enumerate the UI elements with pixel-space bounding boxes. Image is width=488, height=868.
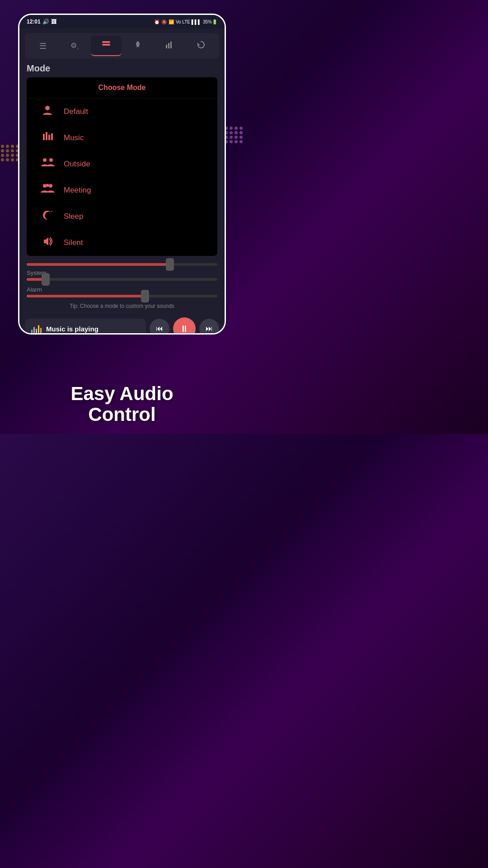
rocket-icon — [133, 40, 142, 52]
time-display: 12:01 — [27, 19, 41, 25]
main-volume-fill — [27, 263, 170, 266]
mode-option-default[interactable]: Default — [27, 99, 217, 125]
svg-point-16 — [46, 184, 49, 187]
music-info-button[interactable]: Music is playing — [25, 319, 146, 333]
music-bars-animation — [31, 324, 42, 333]
outside-mode-label: Outside — [64, 160, 90, 169]
alarm-slider-fill — [27, 295, 145, 297]
svg-point-15 — [49, 184, 52, 188]
mute-icon: 🔕 — [161, 19, 167, 24]
music-playing-text: Music is playing — [46, 325, 99, 333]
default-mode-label: Default — [64, 107, 88, 116]
toolbar-chart-btn[interactable] — [154, 36, 185, 56]
toolbar-layers-btn[interactable] — [91, 36, 122, 56]
signal-icon: Vo LTE ▌▌▌ — [176, 19, 201, 24]
bottom-player: Music is playing ⏮ ⏸ ⏭ — [19, 317, 225, 333]
alarm-slider-row: Alarm — [27, 286, 217, 297]
main-volume-track[interactable] — [27, 263, 217, 266]
svg-rect-1 — [102, 44, 110, 46]
pause-button[interactable]: ⏸ — [173, 317, 196, 333]
refresh-icon — [197, 40, 206, 52]
meeting-mode-label: Meeting — [64, 186, 91, 195]
svg-rect-10 — [48, 135, 50, 140]
silent-mode-label: Silent — [64, 238, 83, 247]
app-content: ☰ ⚙♪ — [19, 28, 225, 333]
outside-mode-icon — [40, 156, 55, 172]
toolbar: ☰ ⚙♪ — [25, 33, 219, 59]
mode-section: Mode Choose Mode Default — [19, 63, 225, 259]
sleep-mode-icon: + ★ — [40, 209, 55, 224]
volume-icon: 🔊 — [42, 19, 49, 25]
pause-icon: ⏸ — [180, 324, 189, 334]
toolbar-rocket-btn[interactable] — [122, 36, 153, 56]
alarm-slider-label: Alarm — [27, 286, 217, 293]
svg-point-6 — [45, 106, 50, 110]
music-settings-icon: ⚙♪ — [70, 41, 79, 51]
alarm-slider-track[interactable] — [27, 295, 217, 297]
next-icon: ⏭ — [206, 325, 213, 333]
mode-title: Mode — [27, 63, 217, 74]
mode-option-silent[interactable]: Silent — [27, 230, 217, 256]
alarm-slider-thumb[interactable] — [141, 290, 149, 302]
app-title-line1: Easy Audio — [0, 383, 244, 404]
app-title-line2: Control — [0, 404, 244, 425]
dropdown-header: Choose Mode — [27, 77, 217, 99]
tip-text: Tip: Choose a mode to custom your sounds — [27, 303, 217, 309]
status-time: 12:01 🔊 🖼 — [27, 19, 56, 25]
app-title: Easy Audio Control — [0, 383, 244, 425]
prev-button[interactable]: ⏮ — [150, 319, 169, 333]
chart-icon — [165, 40, 174, 52]
prev-icon: ⏮ — [156, 325, 163, 333]
svg-point-13 — [49, 158, 53, 162]
svg-point-12 — [43, 158, 47, 162]
next-button[interactable]: ⏭ — [199, 319, 219, 333]
mode-option-meeting[interactable]: Meeting — [27, 177, 217, 203]
meeting-mode-icon — [40, 183, 55, 198]
svg-rect-9 — [46, 132, 47, 140]
toolbar-menu-btn[interactable]: ☰ — [28, 36, 58, 56]
mode-dropdown[interactable]: Choose Mode Default — [27, 77, 217, 256]
screenshot-icon: 🖼 — [51, 19, 56, 25]
system-slider-thumb[interactable] — [42, 273, 50, 286]
sliders-area: System Alarm Tip: Choose a mode to custo… — [19, 259, 225, 317]
system-slider-track[interactable] — [27, 278, 217, 281]
svg-rect-3 — [166, 45, 167, 48]
phone-frame: 12:01 🔊 🖼 ⏰ 🔕 📶 Vo LTE ▌▌▌ 35%🔋 ☰ ⚙♪ — [18, 14, 226, 335]
toolbar-refresh-btn[interactable] — [186, 36, 216, 56]
music-bar-2 — [33, 327, 35, 333]
svg-rect-8 — [43, 137, 45, 140]
status-bar: 12:01 🔊 🖼 ⏰ 🔕 📶 Vo LTE ▌▌▌ 35%🔋 — [19, 15, 225, 28]
main-volume-thumb[interactable] — [166, 258, 174, 271]
system-slider-row: System — [27, 269, 217, 281]
main-volume-slider-row — [27, 263, 217, 266]
sleep-mode-label: Sleep — [64, 212, 83, 221]
music-bar-4 — [38, 325, 39, 333]
mode-option-music[interactable]: Music — [27, 125, 217, 151]
svg-rect-0 — [102, 41, 110, 43]
default-mode-icon — [40, 104, 55, 119]
toolbar-music-settings-btn[interactable]: ⚙♪ — [59, 36, 90, 56]
svg-point-2 — [137, 43, 139, 45]
svg-rect-5 — [170, 42, 172, 48]
silent-mode-icon — [40, 235, 55, 250]
menu-icon: ☰ — [39, 41, 47, 51]
svg-text:★: ★ — [51, 210, 53, 212]
wifi-icon: 📶 — [169, 19, 174, 24]
svg-rect-4 — [168, 43, 169, 48]
system-slider-label: System — [27, 269, 217, 276]
mode-option-outside[interactable]: Outside — [27, 151, 217, 177]
music-mode-label: Music — [64, 133, 84, 142]
alarm-icon: ⏰ — [154, 19, 160, 24]
layers-icon — [101, 40, 111, 51]
music-bar-3 — [36, 329, 37, 333]
music-bar-1 — [31, 330, 33, 333]
music-bar-5 — [40, 328, 42, 333]
mode-option-sleep[interactable]: + ★ Sleep — [27, 203, 217, 230]
status-right-icons: ⏰ 🔕 📶 Vo LTE ▌▌▌ 35%🔋 — [154, 19, 217, 24]
music-mode-icon — [40, 130, 55, 146]
svg-rect-11 — [51, 133, 53, 140]
battery-icon: 35%🔋 — [203, 19, 217, 24]
